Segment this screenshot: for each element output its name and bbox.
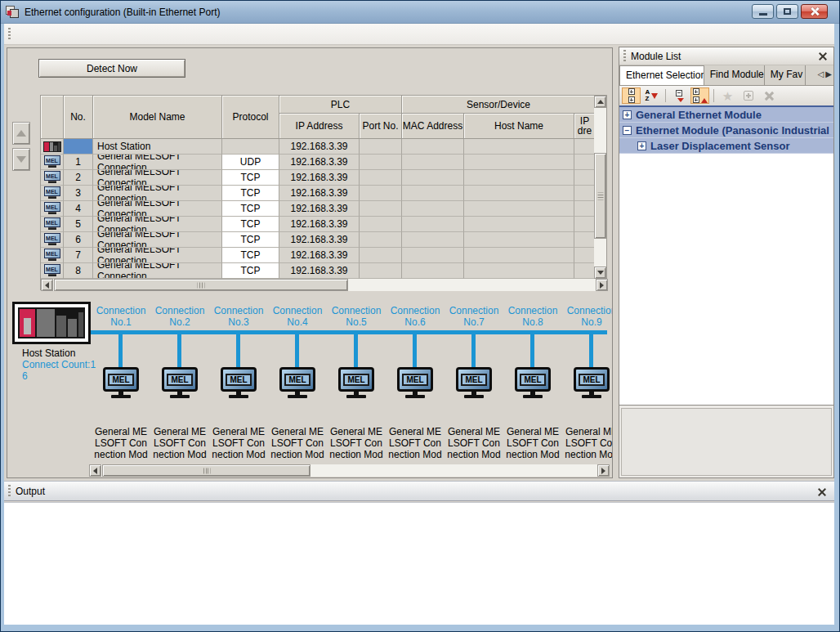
- cell-port-no[interactable]: [360, 186, 402, 201]
- cell-model-name[interactable]: General MELSOFT Connection: [93, 201, 222, 217]
- cell-no[interactable]: 4: [64, 201, 93, 217]
- scroll-right-button[interactable]: [596, 279, 608, 291]
- cell-protocol[interactable]: [222, 139, 279, 155]
- row-icon-cell[interactable]: MEL: [41, 248, 64, 263]
- table-row[interactable]: MEL 4 General MELSOFT Connection TCP 192…: [41, 201, 596, 217]
- row-icon-cell[interactable]: MEL: [41, 170, 64, 186]
- detect-now-button[interactable]: Detect Now: [38, 59, 185, 78]
- cell-host-name[interactable]: [464, 155, 574, 170]
- minimize-button[interactable]: [752, 4, 774, 19]
- horizontal-scroll-thumb[interactable]: [54, 279, 348, 291]
- cell-host-name[interactable]: [464, 217, 574, 232]
- row-icon-cell[interactable]: MEL: [41, 186, 64, 201]
- table-row[interactable]: MEL 7 General MELSOFT Connection TCP 192…: [41, 248, 596, 263]
- module-list-tab[interactable]: Find Module: [704, 65, 765, 85]
- table-row[interactable]: MEL Host Station 192.168.3.39: [41, 139, 596, 155]
- melsoft-monitor-icon[interactable]: MEL: [279, 367, 315, 398]
- cell-host-name[interactable]: [464, 170, 574, 186]
- cell-mac-address[interactable]: [402, 232, 464, 248]
- cell-port-no[interactable]: [360, 263, 402, 279]
- cell-ip-address[interactable]: 192.168.3.39: [279, 186, 360, 201]
- module-list-tab[interactable]: My Fav: [765, 65, 806, 85]
- melsoft-monitor-icon[interactable]: MEL: [103, 367, 139, 398]
- melsoft-monitor-icon[interactable]: MEL: [515, 367, 551, 398]
- scroll-up-button[interactable]: [594, 96, 606, 108]
- cell-ip-address-2[interactable]: [574, 232, 596, 248]
- cell-mac-address[interactable]: [402, 217, 464, 232]
- cell-protocol[interactable]: TCP: [222, 232, 279, 248]
- module-tree-item[interactable]: − Ethernet Module (Panasonic Industrial: [619, 123, 833, 138]
- module-tree-item[interactable]: + Laser Displacement Sensor: [619, 138, 833, 154]
- cell-model-name[interactable]: Host Station: [93, 139, 222, 155]
- add-favorite-icon[interactable]: [739, 87, 757, 104]
- table-row[interactable]: MEL 6 General MELSOFT Connection TCP 192…: [41, 232, 596, 248]
- melsoft-monitor-icon[interactable]: MEL: [574, 367, 610, 398]
- expander-icon[interactable]: −: [623, 126, 632, 135]
- cell-mac-address[interactable]: [402, 201, 464, 217]
- cell-no[interactable]: 8: [64, 263, 93, 279]
- sort-az-icon[interactable]: AZ: [642, 87, 661, 104]
- table-row[interactable]: MEL 3 General MELSOFT Connection TCP 192…: [41, 186, 596, 201]
- horizontal-scroll-thumb[interactable]: [102, 464, 311, 477]
- cell-mac-address[interactable]: [402, 263, 464, 279]
- row-icon-cell[interactable]: MEL: [41, 232, 64, 248]
- cell-mac-address[interactable]: [402, 139, 464, 155]
- cell-model-name[interactable]: General MELSOFT Connection: [93, 170, 222, 186]
- cell-ip-address[interactable]: 192.168.3.39: [279, 170, 360, 186]
- table-row[interactable]: MEL 2 General MELSOFT Connection TCP 192…: [41, 170, 596, 186]
- cell-ip-address-2[interactable]: [574, 248, 596, 263]
- cell-protocol[interactable]: TCP: [222, 170, 279, 186]
- scroll-left-button[interactable]: [89, 464, 101, 477]
- cell-host-name[interactable]: [464, 248, 574, 263]
- cell-ip-address[interactable]: 192.168.3.39: [279, 248, 360, 263]
- cell-port-no[interactable]: [360, 248, 402, 263]
- scroll-down-button[interactable]: [594, 267, 606, 279]
- close-output-icon[interactable]: [817, 487, 826, 496]
- cell-mac-address[interactable]: [402, 155, 464, 170]
- cell-no[interactable]: 6: [64, 232, 93, 248]
- maximize-button[interactable]: [776, 4, 798, 19]
- melsoft-monitor-icon[interactable]: MEL: [397, 367, 433, 398]
- cell-no[interactable]: 3: [64, 186, 93, 201]
- cell-model-name[interactable]: General MELSOFT Connection: [93, 155, 222, 170]
- cell-ip-address[interactable]: 192.168.3.39: [279, 201, 360, 217]
- table-row[interactable]: MEL 8 General MELSOFT Connection TCP 192…: [41, 263, 596, 279]
- cell-no[interactable]: 1: [64, 155, 93, 170]
- cell-port-no[interactable]: [360, 232, 402, 248]
- cell-ip-address-2[interactable]: [574, 170, 596, 186]
- cell-ip-address-2[interactable]: [574, 155, 596, 170]
- cell-mac-address[interactable]: [402, 248, 464, 263]
- move-up-button[interactable]: [12, 122, 30, 145]
- cell-ip-address[interactable]: 192.168.3.39: [279, 263, 360, 279]
- cell-ip-address-2[interactable]: [574, 186, 596, 201]
- cell-port-no[interactable]: [360, 170, 402, 186]
- display-setting-icon[interactable]: [622, 87, 641, 104]
- cell-host-name[interactable]: [464, 263, 574, 279]
- cell-model-name[interactable]: General MELSOFT Connection: [93, 186, 222, 201]
- cell-protocol[interactable]: UDP: [222, 155, 279, 170]
- cell-no[interactable]: 2: [64, 170, 93, 186]
- cell-ip-address-2[interactable]: [574, 139, 596, 155]
- cell-ip-address[interactable]: 192.168.3.39: [279, 139, 360, 155]
- collapse-tree-icon[interactable]: [670, 87, 689, 104]
- cell-host-name[interactable]: [464, 201, 574, 217]
- close-panel-icon[interactable]: [818, 52, 827, 61]
- cell-no[interactable]: 7: [64, 248, 93, 263]
- cell-ip-address-2[interactable]: [574, 201, 596, 217]
- row-icon-cell[interactable]: MEL: [41, 139, 64, 155]
- table-row[interactable]: MEL 1 General MELSOFT Connection UDP 192…: [41, 155, 596, 170]
- table-vertical-scrollbar[interactable]: [594, 96, 606, 279]
- row-icon-cell[interactable]: MEL: [41, 217, 64, 232]
- cell-no[interactable]: [64, 139, 93, 155]
- cell-protocol[interactable]: TCP: [222, 186, 279, 201]
- scroll-left-button[interactable]: [41, 279, 53, 291]
- row-icon-cell[interactable]: MEL: [41, 201, 64, 217]
- melsoft-monitor-icon[interactable]: MEL: [221, 367, 257, 398]
- module-list-tab[interactable]: Ethernet Selection: [619, 65, 704, 85]
- cell-host-name[interactable]: [464, 232, 574, 248]
- table-row[interactable]: MEL 5 General MELSOFT Connection TCP 192…: [41, 217, 596, 232]
- cell-mac-address[interactable]: [402, 170, 464, 186]
- cell-model-name[interactable]: General MELSOFT Connection: [93, 248, 222, 263]
- host-station-image[interactable]: [12, 302, 91, 344]
- cell-model-name[interactable]: General MELSOFT Connection: [93, 217, 222, 232]
